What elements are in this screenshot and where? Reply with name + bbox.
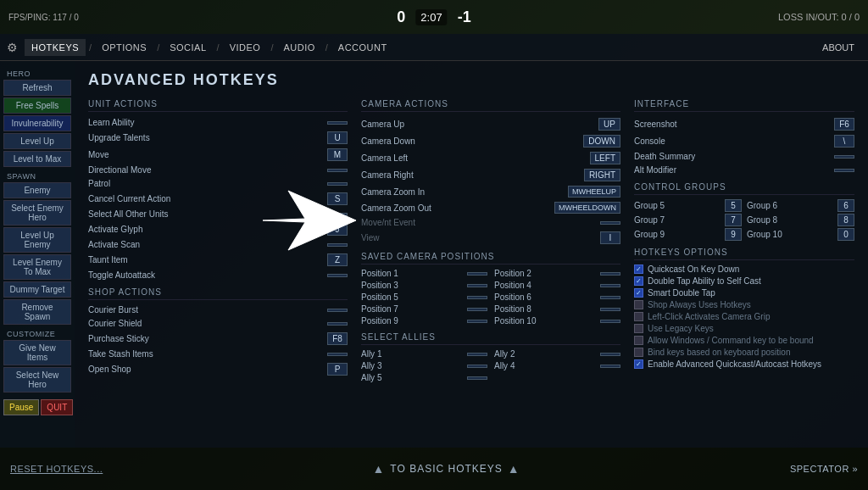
hotkey-camera-zoom-out: Camera Zoom Out MWHEELDOWN — [361, 201, 620, 214]
sidebar-remove-spawn-btn[interactable]: Remove Spawn — [3, 299, 71, 325]
sidebar-spawn-label: SPAWN — [3, 170, 71, 182]
unit-actions-column: UNIT ACTIONS Learn Ability Upgrade Talen… — [88, 99, 348, 435]
hotkey-camera-zoom-in: Camera Zoom In MWHEELUP — [361, 185, 620, 198]
arrow-up-icon: ▲ — [373, 462, 386, 476]
nav-bar: ⚙ HOTKEYS / OPTIONS / SOCIAL / VIDEO / A… — [0, 34, 868, 61]
sidebar-customize-section: CUSTOMIZE Give New Items Select New Hero — [3, 328, 71, 393]
control-groups-grid: Group 5 5 Group 6 6 Group 7 7 Group 8 8 … — [634, 199, 854, 241]
hotkey-position-1: Position 1 — [361, 269, 487, 278]
sidebar-refresh-btn[interactable]: Refresh — [3, 80, 71, 96]
hotkey-taunt-item: Taunt Item Z — [88, 253, 348, 267]
hotkey-position-9: Position 9 — [361, 316, 487, 326]
hotkey-open-shop: Open Shop P — [88, 362, 348, 376]
interface-title: INTERFACE — [634, 99, 854, 112]
hotkey-camera-up: Camera Up UP — [361, 117, 620, 131]
camera-actions-title: CAMERA ACTIONS — [361, 99, 620, 112]
nav-options[interactable]: OPTIONS — [95, 39, 153, 56]
sidebar-level-enemy-max-btn[interactable]: Level Enemy To Max — [3, 254, 71, 280]
smart-double-tap-checkbox[interactable] — [634, 288, 643, 298]
allies-grid: Ally 1 Ally 2 Ally 3 Ally 4 Ally 5 — [361, 349, 620, 382]
hotkey-alt-modifier: Alt Modifier — [634, 164, 854, 175]
hotkey-ally-3: Ally 3 — [361, 361, 487, 370]
keyboard-position-checkbox[interactable] — [634, 348, 643, 357]
sidebar-spawn-section: SPAWN Enemy Select Enemy Hero Level Up E… — [3, 170, 71, 325]
left-sidebar: HERO Refresh Free Spells Invulnerability… — [0, 61, 75, 448]
control-groups-title: CONTROL GROUPS — [634, 182, 854, 195]
interface-column: INTERFACE Screenshot F6 Console \ Death … — [634, 99, 854, 435]
panel-title: ADVANCED HOTKEYS — [88, 71, 854, 89]
nav-social[interactable]: SOCIAL — [163, 39, 213, 56]
nav-about[interactable]: ABOUT — [815, 39, 861, 56]
cb-double-tap: Double Tap Ability to Self Cast — [634, 276, 854, 286]
hotkey-move: Move M — [88, 148, 348, 162]
sidebar-select-hero-btn[interactable]: Select New Hero — [3, 367, 71, 393]
windows-key-checkbox[interactable] — [634, 336, 643, 345]
sidebar-invulnerability-btn[interactable]: Invulnerability — [3, 115, 71, 131]
quickcast-checkbox[interactable] — [634, 264, 643, 274]
sidebar-give-items-btn[interactable]: Give New Items — [3, 340, 71, 365]
legacy-keys-checkbox[interactable] — [634, 324, 643, 333]
hotkey-camera-down: Camera Down DOWN — [361, 134, 620, 148]
sidebar-free-spells-btn[interactable]: Free Spells — [3, 97, 71, 114]
hotkey-position-6: Position 6 — [494, 292, 620, 302]
score-right: -1 — [458, 8, 471, 26]
cb-quickcast: Quickcast On Key Down — [634, 264, 854, 274]
columns-wrapper: UNIT ACTIONS Learn Ability Upgrade Talen… — [88, 99, 854, 435]
to-basic-label: TO BASIC HOTKEYS — [390, 463, 502, 475]
hotkey-ally-1: Ally 1 — [361, 349, 487, 359]
sidebar-level-up-enemy-btn[interactable]: Level Up Enemy — [3, 227, 71, 253]
unit-actions-title: UNIT ACTIONS — [88, 99, 348, 112]
sidebar-enemy-btn[interactable]: Enemy — [3, 182, 71, 198]
loss-display: LOSS IN/OUT: 0 / 0 — [778, 12, 860, 22]
hotkey-position-10: Position 10 — [494, 316, 620, 326]
saved-camera-title: SAVED CAMERA POSITIONS — [361, 252, 620, 264]
hotkey-position-2: Position 2 — [494, 269, 620, 278]
cb-keyboard-position: Bind keys based on keyboard position — [634, 348, 854, 357]
select-allies-title: SELECT ALLIES — [361, 332, 620, 345]
reset-hotkeys-btn[interactable]: RESET HOTKEYS... — [10, 464, 103, 474]
hotkey-death-summary: Death Summary — [634, 151, 854, 162]
arrow-up-icon-2: ▲ — [508, 462, 520, 476]
hotkey-courier-burst: Courier Burst — [88, 304, 348, 315]
sidebar-pause-btn[interactable]: Pause — [3, 399, 39, 415]
nav-video[interactable]: VIDEO — [223, 39, 268, 56]
nav-hotkeys[interactable]: HOTKEYS — [25, 39, 86, 56]
hotkey-position-7: Position 7 — [361, 304, 487, 314]
fps-display: FPS/PING: 117 / 0 — [8, 13, 79, 22]
hotkey-ally-5: Ally 5 — [361, 373, 487, 382]
hotkey-position-5: Position 5 — [361, 292, 487, 302]
top-bar: FPS/PING: 117 / 0 0 2:07 -1 LOSS IN/OUT:… — [0, 0, 868, 34]
hotkey-move-event: Move/nt Event — [361, 217, 620, 228]
cb-advanced-quickcast: Enable Advanced Quickcast/Autocast Hotke… — [634, 359, 854, 369]
sidebar-dummy-target-btn[interactable]: Dummy Target — [3, 281, 71, 298]
camera-grip-checkbox[interactable] — [634, 312, 643, 321]
hotkey-ally-4: Ally 4 — [494, 361, 620, 370]
spectator-btn[interactable]: SPECTATOR » — [790, 464, 858, 474]
sidebar-hero-label: HERO — [3, 68, 71, 80]
nav-audio[interactable]: AUDIO — [276, 39, 321, 56]
advanced-quickcast-checkbox[interactable] — [634, 359, 643, 369]
sidebar-quit-btn[interactable]: QUIT — [41, 399, 73, 415]
hotkey-screenshot: Screenshot F6 — [634, 117, 854, 131]
shop-hotkeys-checkbox[interactable] — [634, 300, 643, 309]
sidebar-select-enemy-hero-btn[interactable]: Select Enemy Hero — [3, 200, 71, 226]
hotkey-view: View I — [361, 231, 620, 245]
double-tap-checkbox[interactable] — [634, 276, 643, 286]
arrow-pointer — [263, 187, 364, 254]
hotkey-upgrade-talents: Upgrade Talents U — [88, 131, 348, 145]
nav-account[interactable]: ACCOUNT — [331, 39, 394, 56]
hotkey-ally-2: Ally 2 — [494, 349, 620, 359]
game-timer: 2:07 — [415, 9, 447, 25]
top-bar-right: LOSS IN/OUT: 0 / 0 — [778, 12, 860, 22]
to-basic-hotkeys-btn[interactable]: ▲ TO BASIC HOTKEYS ▲ — [373, 462, 520, 476]
team-score: 0 2:07 -1 — [397, 8, 470, 26]
hotkey-position-3: Position 3 — [361, 281, 487, 290]
saved-camera-grid: Position 1 Position 2 Position 3 Positio… — [361, 269, 620, 326]
sidebar-level-up-btn[interactable]: Level Up — [3, 133, 71, 149]
cb-shop-hotkeys: Shop Always Uses Hotkeys — [634, 300, 854, 309]
hotkey-courier-shield: Courier Shield — [88, 318, 348, 329]
hotkey-take-stash: Take Stash Items — [88, 348, 348, 359]
cb-legacy-keys: Use Legacy Keys — [634, 324, 854, 333]
camera-actions-column: CAMERA ACTIONS Camera Up UP Camera Down … — [361, 99, 620, 435]
sidebar-level-to-max-btn[interactable]: Level to Max — [3, 151, 71, 167]
